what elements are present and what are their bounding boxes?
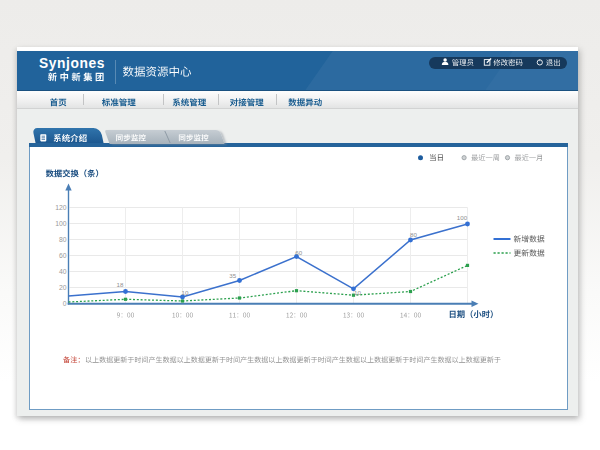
svg-text:100: 100 [55, 220, 67, 227]
svg-text:20: 20 [59, 284, 67, 291]
svg-text:10: 10 [354, 289, 361, 296]
svg-text:18: 18 [117, 281, 124, 288]
svg-text:80: 80 [410, 231, 417, 238]
svg-text:40: 40 [59, 268, 67, 275]
svg-text:0: 0 [63, 300, 67, 307]
svg-text:60: 60 [295, 249, 302, 256]
svg-text:60: 60 [59, 252, 67, 259]
svg-text:100: 100 [457, 214, 468, 221]
svg-text:120: 120 [55, 204, 67, 211]
svg-text:Synjones: Synjones [39, 56, 105, 71]
svg-text:80: 80 [59, 236, 67, 243]
svg-text:35: 35 [229, 272, 236, 279]
svg-text:10: 10 [182, 289, 189, 296]
